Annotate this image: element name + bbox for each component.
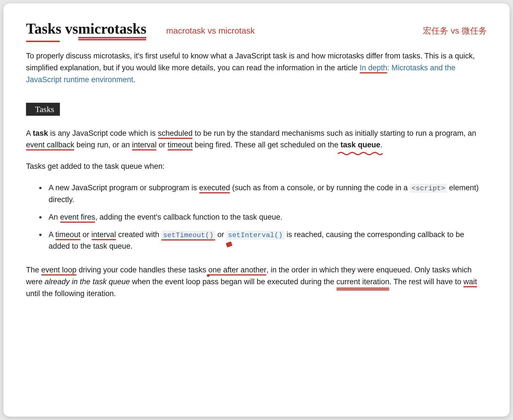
b3-t1: A bbox=[49, 230, 55, 239]
b3-t2: created with bbox=[116, 230, 162, 239]
p1-t1: A bbox=[26, 129, 33, 137]
bullet-3: A timeout or interval created with setTi… bbox=[46, 229, 487, 253]
intro-text-after: . bbox=[133, 75, 136, 84]
title-part-1: Tasks vs bbox=[26, 20, 78, 37]
p1-t4: being run, or an bbox=[74, 141, 132, 149]
squiggle-icon bbox=[338, 151, 383, 155]
p1-t4a: or bbox=[156, 141, 168, 149]
annotation-en: macrotask vs microtask bbox=[166, 26, 255, 36]
intro-paragraph: To properly discuss microtasks, it's fir… bbox=[26, 50, 487, 86]
b3-t3: or bbox=[215, 230, 226, 239]
title-part-2: microtasks bbox=[78, 20, 147, 38]
b2-event-fires: event fires bbox=[60, 213, 95, 221]
page-title: Tasks vs microtasks bbox=[26, 20, 146, 38]
bullet-1: A new JavaScript program or subprogram i… bbox=[46, 182, 487, 206]
annotation-cn: 宏任务 vs 微任务 bbox=[423, 25, 487, 37]
p3-italic: already in the task queue bbox=[45, 277, 130, 286]
tasks-bullet-list: A new JavaScript program or subprogram i… bbox=[26, 182, 487, 252]
p1-bold-task-queue: task queue bbox=[340, 141, 380, 149]
p3-t5: . The rest will have to bbox=[389, 277, 463, 286]
p3-t2: driving your code handles these tasks bbox=[77, 266, 208, 274]
b3-settimeout-wrap: setTimeout() bbox=[161, 230, 215, 239]
b1-code-script: <script> bbox=[410, 184, 447, 193]
b1-t2: (such as from a console, or by running t… bbox=[230, 183, 410, 192]
p1-t3: to be run by the standard mechanisms suc… bbox=[193, 129, 476, 137]
document-card: Tasks vs microtasks macrotask vs microta… bbox=[3, 3, 510, 417]
b3-timeout: timeout bbox=[55, 230, 81, 239]
p3-one-after-another: one after another bbox=[208, 266, 266, 274]
b3-t1a: or bbox=[81, 230, 92, 239]
intro-link-underlined: In depth bbox=[360, 64, 387, 72]
p1-event-callback: event callback bbox=[26, 141, 74, 149]
p1-timeout: timeout bbox=[168, 141, 193, 149]
p1-interval: interval bbox=[132, 141, 156, 149]
b1-executed: executed bbox=[199, 183, 230, 192]
p3-current-iteration: current iteration bbox=[336, 277, 390, 286]
p1-task-queue: task queue bbox=[340, 141, 380, 149]
header-row: Tasks vs microtasks macrotask vs microta… bbox=[26, 20, 487, 38]
section-badge-tasks: Tasks bbox=[26, 103, 60, 116]
b2-t1: An bbox=[49, 213, 60, 221]
p1-scheduled: scheduled bbox=[158, 129, 193, 137]
p1-t6: . bbox=[380, 141, 382, 149]
b3-setinterval-wrap: setInterval() bbox=[226, 230, 284, 239]
b3-interval: interval bbox=[92, 230, 116, 239]
tasks-definition-paragraph: A task is any JavaScript code which is s… bbox=[26, 128, 487, 151]
tasks-added-when-paragraph: Tasks get added to the task queue when: bbox=[26, 161, 487, 172]
b3-code-setinterval[interactable]: setInterval() bbox=[226, 231, 284, 240]
p1-t5: being fired. These all get scheduled on … bbox=[193, 141, 340, 149]
b1-t1: A new JavaScript program or subprogram i… bbox=[49, 183, 199, 192]
section-label: Tasks bbox=[35, 104, 54, 114]
p3-t4: when the event loop pass began will be e… bbox=[130, 277, 336, 286]
p3-event-loop: event loop bbox=[41, 266, 77, 274]
p3-t6: until the following iteration. bbox=[26, 289, 116, 298]
p1-bold-task: task bbox=[33, 129, 48, 137]
p3-wait: wait bbox=[463, 277, 477, 286]
p3-t1: The bbox=[26, 266, 41, 274]
b3-code-settimeout[interactable]: setTimeout() bbox=[161, 231, 215, 240]
bullet-2: An event fires, adding the event's callb… bbox=[46, 211, 487, 223]
p1-t2: is any JavaScript code which is bbox=[48, 129, 158, 137]
b2-t2: , adding the event's callback function t… bbox=[95, 213, 282, 221]
event-loop-paragraph: The event loop driving your code handles… bbox=[26, 264, 487, 300]
